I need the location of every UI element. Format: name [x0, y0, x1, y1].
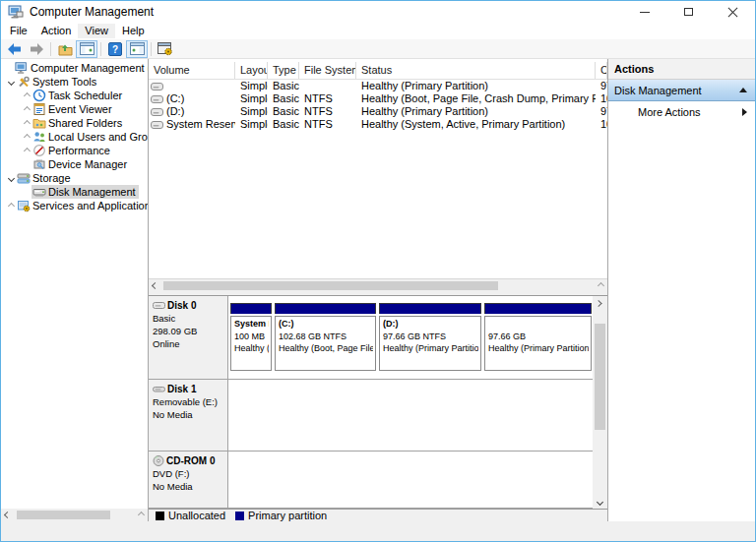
up-folder-button[interactable]	[54, 40, 76, 58]
scroll-track[interactable]	[161, 279, 595, 292]
column-header-file-system[interactable]: File System	[299, 62, 356, 79]
volume-row[interactable]: System Reserved Simple Basic NTFS Health…	[149, 118, 607, 131]
disk-size: 298.09 GB	[153, 325, 225, 337]
tree-item-local-users-and-groups[interactable]: Local Users and Groups	[1, 130, 148, 144]
toolbar: ?	[1, 39, 755, 59]
close-button[interactable]	[711, 1, 755, 23]
chevron-right-icon	[24, 91, 31, 98]
partition-no-letter[interactable]: 97.66 GB Healthy (Primary Partition)	[484, 303, 592, 371]
tree-item-shared-folders[interactable]: Shared Folders	[1, 116, 148, 130]
scroll-track[interactable]	[593, 310, 607, 495]
expand-expander[interactable]	[23, 135, 32, 140]
tree-item-device-manager[interactable]: Device Manager	[1, 157, 148, 171]
volume-list-horizontal-scrollbar[interactable]	[149, 279, 607, 292]
expand-expander[interactable]	[7, 204, 16, 209]
column-header-layout[interactable]: Layout	[235, 62, 268, 79]
tree-item-event-viewer[interactable]: Event Viewer	[1, 102, 148, 116]
disk-pane-vertical-scrollbar[interactable]	[593, 296, 607, 509]
column-header-capacity[interactable]: Capacity	[596, 62, 607, 79]
tree-item-task-scheduler[interactable]: Task Scheduler	[1, 89, 148, 102]
column-header-volume[interactable]: Volume	[149, 62, 235, 79]
tree-item-label: Services and Applications	[31, 199, 148, 212]
menu-help[interactable]: Help	[115, 24, 152, 38]
more-actions-item[interactable]: More Actions	[608, 101, 755, 123]
expand-expander[interactable]	[23, 121, 32, 126]
volume-type: Basic	[268, 105, 299, 118]
expand-expander[interactable]	[23, 93, 32, 98]
volume-layout: Simple	[235, 92, 268, 105]
actions-group-title: Disk Management	[614, 85, 739, 96]
help-icon: ?	[108, 42, 122, 56]
back-button[interactable]	[4, 40, 26, 58]
volume-status: Healthy (Primary Partition)	[356, 80, 596, 92]
scroll-thumb[interactable]	[595, 324, 605, 430]
tree-horizontal-scrollbar[interactable]	[1, 509, 148, 521]
disk1-partitions	[228, 380, 593, 451]
collapse-expander[interactable]	[7, 80, 16, 85]
menu-action[interactable]: Action	[34, 24, 79, 38]
maximize-button[interactable]	[666, 1, 711, 23]
chevron-right-icon	[138, 512, 145, 518]
tree-item-disk-management[interactable]: Disk Management	[1, 185, 148, 199]
volume-row[interactable]: (C:) Simple Basic NTFS Healthy (Boot, Pa…	[149, 92, 607, 105]
primary-partition-color-swatch	[235, 512, 244, 520]
tree-item-system-tools[interactable]: System Tools	[1, 75, 148, 89]
partition-name: (D:)	[383, 318, 478, 331]
volume-capacity: 97.66 GB	[596, 105, 607, 118]
chevron-right-icon	[8, 202, 15, 209]
tree-item-computer-management[interactable]: Computer Management (Local)	[1, 61, 148, 75]
show-hide-console-tree-button[interactable]	[76, 40, 97, 58]
back-arrow-icon	[7, 42, 23, 56]
partition-d[interactable]: (D:) 97.66 GB NTFS Healthy (Primary Part…	[379, 303, 481, 371]
collapse-group-icon[interactable]	[739, 88, 747, 92]
volume-status: Healthy (Boot, Page File, Crash Dump, Pr…	[356, 92, 596, 105]
tree-item-services-and-applications[interactable]: Services and Applications	[1, 199, 148, 212]
column-header-status[interactable]: Status	[356, 62, 596, 79]
disk0-label[interactable]: Disk 0 Basic 298.09 GB Online	[149, 296, 228, 379]
scroll-left-arrow[interactable]	[1, 509, 14, 521]
scroll-thumb[interactable]	[17, 511, 110, 519]
console-properties-button[interactable]	[155, 40, 176, 58]
column-header-type[interactable]: Type	[268, 62, 299, 79]
expand-expander[interactable]	[23, 107, 32, 112]
menu-file[interactable]: File	[3, 24, 34, 38]
cdrom0-label[interactable]: CD-ROM 0 DVD (F:) No Media	[149, 452, 228, 508]
forward-button[interactable]	[26, 40, 47, 58]
show-hide-action-pane-button[interactable]	[126, 40, 148, 58]
scroll-up-arrow[interactable]	[593, 296, 607, 310]
scroll-down-arrow[interactable]	[593, 495, 607, 509]
legend-label-unallocated: Unallocated	[168, 510, 225, 521]
expand-expander[interactable]	[23, 149, 32, 153]
scroll-track[interactable]	[14, 509, 135, 521]
console-tree: Computer Management (Local) System Tools	[1, 61, 148, 509]
actions-group-disk-management[interactable]: Disk Management	[608, 80, 755, 101]
disk-row-cdrom0[interactable]: CD-ROM 0 DVD (F:) No Media	[149, 452, 593, 509]
volume-row[interactable]: Simple Basic Healthy (Primary Partition)…	[149, 80, 607, 92]
disk-row-disk1[interactable]: Disk 1 Removable (E:) No Media	[149, 380, 593, 452]
scroll-right-arrow[interactable]	[595, 279, 607, 292]
scroll-thumb[interactable]	[163, 281, 498, 290]
partition-size: 100 MB	[234, 331, 269, 343]
minimize-button[interactable]	[622, 1, 666, 23]
partition-c[interactable]: (C:) 102.68 GB NTFS Healthy (Boot, Page …	[275, 303, 376, 371]
tree-item-performance[interactable]: Performance	[1, 144, 148, 157]
partition-system-reserved[interactable]: System Reserved 100 MB Healthy (System, …	[230, 303, 272, 371]
shared-folders-icon	[32, 116, 46, 130]
chevron-left-icon	[4, 512, 11, 518]
tree-item-storage[interactable]: Storage	[1, 171, 148, 185]
volume-list-pane: Volume Layout Type File System Status Ca…	[149, 59, 607, 279]
scroll-left-arrow[interactable]	[149, 279, 161, 292]
menu-view[interactable]: View	[78, 24, 115, 38]
partition-size: 97.66 GB	[488, 331, 589, 343]
disk-row-disk0[interactable]: Disk 0 Basic 298.09 GB Online System Res…	[149, 296, 593, 380]
help-button[interactable]: ?	[104, 40, 126, 58]
scroll-right-arrow[interactable]	[135, 509, 148, 521]
event-viewer-icon	[32, 102, 46, 116]
tree-item-label: Performance	[46, 144, 113, 157]
close-icon	[727, 7, 738, 18]
volume-layout: Simple	[235, 118, 268, 131]
collapse-expander[interactable]	[7, 176, 16, 181]
volume-row[interactable]: (D:) Simple Basic NTFS Healthy (Primary …	[149, 105, 607, 118]
title-bar[interactable]: Computer Management	[1, 1, 755, 23]
disk1-label[interactable]: Disk 1 Removable (E:) No Media	[149, 380, 228, 451]
